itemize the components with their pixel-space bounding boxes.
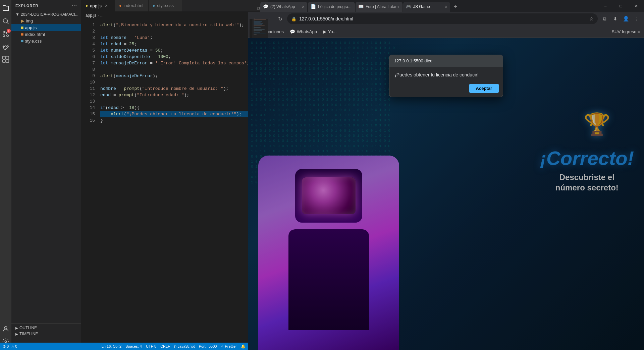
tab-stylecss-icon: ● xyxy=(153,3,155,8)
jsgame-tab-title: JS Game xyxy=(413,4,443,9)
bookmark-youtube-label: Yo... xyxy=(328,29,337,34)
code-line-1: alert("¡Bienvenida y bienvenido a nuestr… xyxy=(100,22,250,28)
status-spaces[interactable]: Spaces: 4 xyxy=(125,344,142,348)
split-editor-btn[interactable]: ⧉ xyxy=(257,6,260,11)
alert-title-bar: 127.0.0.1:5500 dice xyxy=(389,55,503,67)
window-controls: – □ ✕ xyxy=(598,0,644,12)
folder-icon: ▶ xyxy=(21,18,24,23)
jsgame-tab-close[interactable]: × xyxy=(445,4,447,9)
editor-area: ● app.js × ● index.html ● style.css ⧉ ··… xyxy=(82,0,268,350)
address-bar[interactable]: 🔒 127.0.0.1:5500/index.html ☆ xyxy=(287,13,598,24)
whatsapp-tab-title: (2) WhatsApp xyxy=(270,4,300,9)
alert-body: ¡Puedes obtener tu licencia de conducir! xyxy=(389,67,503,81)
code-line-10 xyxy=(100,79,250,85)
tree-folder-root[interactable]: ▼ 2034-LOGICA-PROGRAMACI... xyxy=(11,11,81,17)
alert-message: ¡Puedes obtener tu licencia de conducir! xyxy=(395,72,479,77)
alert-overlay: 127.0.0.1:5500 dice ¡Puedes obtener tu l… xyxy=(248,38,644,350)
alert-accept-button[interactable]: Aceptar xyxy=(469,84,499,93)
breadcrumb: app.js › ... xyxy=(82,12,268,19)
sidebar-dots[interactable]: ··· xyxy=(72,3,77,9)
bookmark-youtube[interactable]: ▶ Yo... xyxy=(320,28,339,36)
new-tab-btn[interactable]: + xyxy=(451,2,460,12)
tab-stylecss[interactable]: ● style.css xyxy=(149,0,182,11)
code-line-16: } xyxy=(100,117,250,124)
git-badge: 1 xyxy=(7,29,11,33)
alert-dialog: 127.0.0.1:5500 dice ¡Puedes obtener tu l… xyxy=(389,55,503,97)
browser-tab-jsgame[interactable]: 🎮 JS Game × xyxy=(403,2,450,12)
alert-title-text: 127.0.0.1:5500 dice xyxy=(394,58,432,63)
tree-item-stylecss[interactable]: ■ style.css xyxy=(11,38,81,44)
code-line-5: let numeroDeVentas = 50; xyxy=(100,47,250,54)
tree-item-indexhtml-label: index.html xyxy=(25,32,45,37)
outline-label: OUTLINE xyxy=(19,326,37,330)
browser-tab-logica[interactable]: 📄 Lógica de progra... xyxy=(308,2,355,12)
activity-explorer[interactable] xyxy=(0,3,11,14)
tab-appjs[interactable]: ● app.js × xyxy=(82,0,115,11)
status-language[interactable]: () JavaScript xyxy=(174,344,195,348)
outline-panel[interactable]: ▶ OUTLINE xyxy=(15,325,77,331)
download-btn[interactable]: ⬇ xyxy=(610,14,620,23)
code-editor[interactable]: 1 2 3 4 5 6 7 8 9 10 11 12 13 14 15 16 a… xyxy=(82,19,268,350)
html-file-icon: ■ xyxy=(21,32,23,37)
timeline-panel[interactable]: ▶ TIMELINE xyxy=(15,331,77,337)
tree-folder-name: 2034-LOGICA-PROGRAMACI... xyxy=(21,12,78,17)
outline-arrow: ▶ xyxy=(15,326,18,330)
tree-item-img[interactable]: ▶ img xyxy=(11,17,81,24)
chevron-down-icon: ▼ xyxy=(15,12,19,17)
code-line-4: let edad = 25; xyxy=(100,41,250,47)
tab-bar: ● app.js × ● index.html ● style.css ⧉ ··… xyxy=(82,0,268,12)
activity-account[interactable] xyxy=(0,323,11,335)
close-window-btn[interactable]: ✕ xyxy=(629,0,644,12)
code-line-2 xyxy=(100,28,250,35)
activity-search[interactable] xyxy=(0,15,11,27)
bookmark-whatsapp[interactable]: 💬 WhatsApp xyxy=(287,28,320,36)
browser-title-bar: ❮ 💬 (2) WhatsApp × 📄 Lógica de progra...… xyxy=(248,0,644,12)
profile-btn[interactable]: 👤 xyxy=(621,14,631,23)
timeline-arrow: ▶ xyxy=(15,332,18,336)
tab-indexhtml-label: index.html xyxy=(123,3,143,8)
jsgame-favicon: 🎮 xyxy=(406,4,411,9)
browser-tab-whatsapp[interactable]: 💬 (2) WhatsApp × xyxy=(260,2,307,12)
browser-nav-bar: ← → ↻ 🔒 127.0.0.1:5500/index.html ☆ ⧉ ⬇ … xyxy=(248,12,644,26)
svg-point-3 xyxy=(3,35,5,37)
status-left: ⊘ 0 △ 0 xyxy=(3,344,17,349)
tab-appjs-icon: ● xyxy=(86,3,88,8)
browser-tab-foro[interactable]: 📖 Foro | Alura Latam xyxy=(356,2,402,12)
activity-extensions[interactable] xyxy=(0,54,11,65)
svg-rect-6 xyxy=(3,60,5,62)
tab-indexhtml[interactable]: ● index.html xyxy=(115,0,149,11)
status-formatter[interactable]: ✓ Prettier xyxy=(221,344,237,349)
whatsapp-tab-close[interactable]: × xyxy=(302,4,305,9)
file-tree: ▼ 2034-LOGICA-PROGRAMACI... ▶ img ■ app.… xyxy=(11,11,81,323)
alert-actions: Aceptar xyxy=(389,81,503,97)
chevron-right-icon: » xyxy=(638,29,640,34)
tab-appjs-label: app.js xyxy=(90,3,102,8)
status-port[interactable]: Port : 5500 xyxy=(199,344,217,348)
minimize-btn[interactable]: – xyxy=(598,0,613,12)
tree-item-img-label: img xyxy=(26,18,33,23)
status-line-ending[interactable]: CRLF xyxy=(160,344,170,348)
bookmark-whatsapp-label: WhatsApp xyxy=(297,29,317,34)
activity-bar: 1 xyxy=(0,0,11,350)
status-encoding[interactable]: UTF-8 xyxy=(146,344,156,348)
tab-appjs-close[interactable]: × xyxy=(105,3,108,8)
svg-point-0 xyxy=(3,19,8,23)
refresh-btn[interactable]: ↻ xyxy=(275,14,285,24)
tree-item-indexhtml[interactable]: ■ index.html xyxy=(11,31,81,38)
lock-icon: 🔒 xyxy=(291,16,297,21)
activity-debug[interactable] xyxy=(0,41,11,52)
code-line-3: let nombre = 'Luna'; xyxy=(100,35,250,41)
status-bell: 🔔 xyxy=(241,344,246,349)
code-line-8 xyxy=(100,66,250,73)
bookmark-more[interactable]: SUV Ingreso » xyxy=(610,28,641,36)
bookmark-star-icon[interactable]: ☆ xyxy=(589,16,594,21)
settings-menu-btn[interactable]: ⋮ xyxy=(632,14,641,23)
status-line-col[interactable]: Ln 16, Col 2 xyxy=(102,344,121,348)
activity-git[interactable]: 1 xyxy=(0,28,11,40)
extensions-btn[interactable]: ⧉ xyxy=(600,14,609,23)
browser-nav-actions: ⧉ ⬇ 👤 ⋮ xyxy=(600,14,641,23)
breadcrumb-sep: › xyxy=(98,13,99,18)
tree-item-appjs[interactable]: ■ app.js xyxy=(11,24,81,31)
maximize-btn[interactable]: □ xyxy=(613,0,629,12)
code-content[interactable]: alert("¡Bienvenida y bienvenido a nuestr… xyxy=(98,19,250,350)
